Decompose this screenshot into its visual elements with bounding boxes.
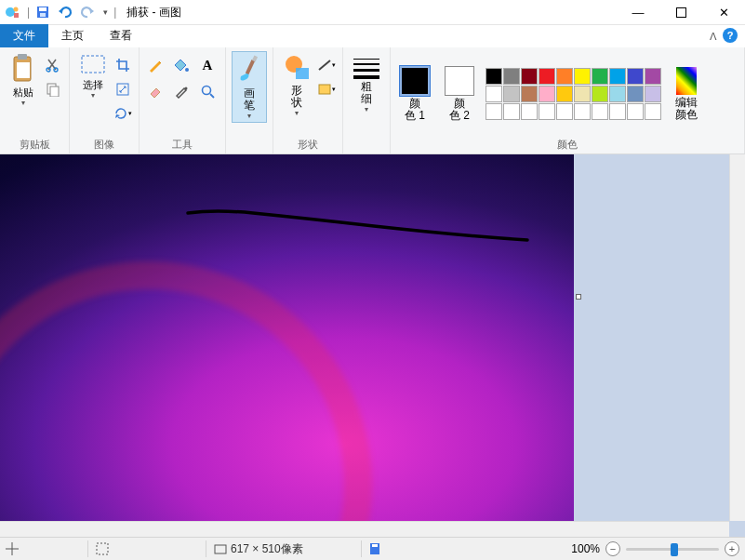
color-swatch[interactable] — [627, 86, 644, 102]
color-palette[interactable] — [486, 68, 661, 120]
crop-button[interactable] — [113, 55, 133, 75]
resize-handle-right[interactable] — [576, 294, 581, 300]
minimize-button[interactable]: — — [617, 0, 659, 25]
color-swatch[interactable] — [556, 86, 573, 102]
color-swatch[interactable] — [609, 86, 626, 102]
status-bar: 617 × 510像素 100% − + — [0, 537, 745, 560]
color-1-button[interactable]: 颜色 1 — [396, 64, 433, 124]
text-tool[interactable]: A — [197, 55, 218, 75]
scrollbar-horizontal[interactable] — [0, 521, 729, 537]
color-swatch[interactable] — [627, 103, 644, 120]
group-shapes: 形状 ▾ ▾ ▾ 形状 — [273, 47, 343, 153]
zoom-slider-thumb[interactable] — [671, 543, 678, 556]
color-swatch[interactable] — [486, 86, 502, 102]
window-title: 捕获 - 画图 — [126, 5, 181, 20]
color-swatch[interactable] — [627, 68, 644, 85]
group-image: 选择 ▾ ▾ 图像 — [70, 47, 140, 153]
canvas-size-icon — [214, 542, 227, 555]
color-swatch[interactable] — [574, 86, 591, 102]
color-picker-tool[interactable] — [171, 81, 192, 101]
edit-colors-button[interactable]: 编辑颜色 — [669, 65, 704, 123]
save-button[interactable] — [33, 2, 53, 22]
color-swatch[interactable] — [521, 86, 538, 102]
shape-outline-button[interactable]: ▾ — [316, 55, 337, 75]
color-swatch[interactable] — [521, 68, 538, 85]
color-swatch[interactable] — [592, 103, 608, 120]
cursor-position — [6, 542, 80, 555]
tab-file[interactable]: 文件 — [0, 24, 48, 47]
pencil-tool[interactable] — [145, 55, 166, 75]
close-button[interactable]: ✕ — [702, 0, 745, 25]
fill-tool[interactable] — [171, 55, 192, 75]
resize-button[interactable] — [113, 79, 133, 100]
maximize-button[interactable] — [659, 0, 702, 25]
collapse-ribbon-icon[interactable]: ᐱ — [710, 31, 717, 43]
shapes-gallery-button[interactable]: 形状 ▾ — [279, 51, 314, 119]
svg-point-1 — [14, 7, 19, 12]
color-swatch[interactable] — [503, 103, 520, 120]
tab-view[interactable]: 查看 — [97, 24, 145, 47]
copy-button[interactable] — [43, 79, 63, 100]
svg-rect-24 — [97, 543, 108, 554]
rotate-button[interactable]: ▾ — [113, 103, 133, 124]
svg-rect-6 — [676, 7, 685, 17]
color-swatch[interactable] — [609, 68, 626, 85]
title-bar: | ▾ | 捕获 - 画图 — ✕ — [0, 0, 745, 25]
edit-colors-icon — [676, 67, 697, 95]
select-button[interactable]: 选择 ▾ — [75, 51, 111, 101]
qat-customize-button[interactable]: ▾ — [100, 2, 111, 22]
color-swatch[interactable] — [503, 86, 520, 102]
cut-button[interactable] — [43, 55, 63, 75]
paste-button[interactable]: 粘贴 ▾ — [6, 51, 41, 109]
color-swatch[interactable] — [645, 86, 661, 102]
zoom-out-button[interactable]: − — [605, 541, 620, 556]
svg-rect-5 — [40, 13, 46, 17]
color-swatch[interactable] — [503, 68, 520, 85]
chevron-down-icon: ▾ — [247, 112, 251, 120]
color-swatch[interactable] — [556, 103, 573, 120]
svg-rect-27 — [372, 544, 378, 547]
file-size — [369, 542, 444, 555]
color-swatch[interactable] — [645, 68, 661, 85]
color-swatch[interactable] — [539, 68, 555, 85]
color-swatch[interactable] — [574, 68, 591, 85]
group-label: 工具 — [145, 138, 220, 152]
color-swatch[interactable] — [556, 68, 573, 85]
color-swatch[interactable] — [574, 103, 591, 120]
group-clipboard: 粘贴 ▾ 剪贴板 — [0, 47, 70, 153]
color-swatch[interactable] — [539, 86, 555, 102]
color-swatch[interactable] — [486, 68, 502, 85]
magnifier-tool[interactable] — [197, 81, 218, 101]
svg-rect-2 — [14, 13, 19, 18]
color-swatch[interactable] — [645, 103, 661, 120]
selection-icon — [96, 542, 109, 555]
brushes-button[interactable]: 画笔 ▾ — [232, 51, 267, 123]
zoom-percentage: 100% — [571, 542, 600, 555]
shape-fill-button[interactable]: ▾ — [316, 79, 337, 100]
group-label: 剪贴板 — [6, 138, 63, 152]
canvas-area — [0, 154, 745, 537]
color-swatch[interactable] — [539, 103, 555, 120]
undo-button[interactable] — [55, 2, 75, 22]
color-swatch[interactable] — [592, 86, 608, 102]
size-button[interactable]: 粗细 ▾ — [349, 51, 384, 115]
redo-button[interactable] — [77, 2, 98, 22]
group-tools: A 工具 — [140, 47, 226, 153]
color-swatch[interactable] — [609, 103, 626, 120]
color-swatch[interactable] — [486, 103, 502, 120]
svg-rect-4 — [39, 7, 47, 11]
scrollbar-vertical[interactable] — [729, 154, 745, 521]
chevron-down-icon: ▾ — [21, 99, 25, 107]
canvas[interactable] — [0, 154, 574, 537]
tab-home[interactable]: 主页 — [48, 24, 97, 47]
chevron-down-icon: ▾ — [91, 91, 95, 100]
color-swatch[interactable] — [592, 68, 608, 85]
zoom-slider[interactable] — [626, 548, 719, 551]
help-icon[interactable]: ? — [723, 28, 738, 43]
chevron-down-icon: ▾ — [365, 105, 368, 113]
color-2-button[interactable]: 颜色 2 — [441, 64, 478, 124]
zoom-in-button[interactable]: + — [725, 541, 739, 556]
color-swatch[interactable] — [521, 103, 538, 120]
color-2-swatch — [445, 66, 474, 96]
eraser-tool[interactable] — [145, 81, 166, 101]
